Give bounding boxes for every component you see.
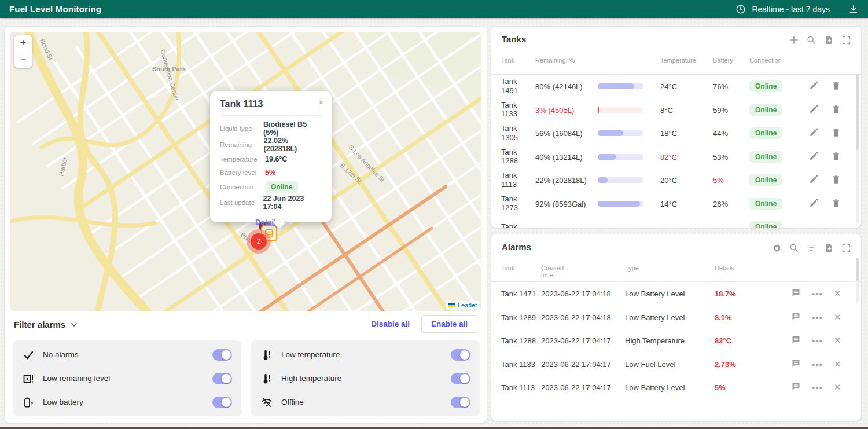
column-header[interactable]: Connection bbox=[749, 57, 782, 64]
more-actions-button[interactable]: ••• bbox=[812, 336, 823, 346]
tank-battery: 59% bbox=[713, 105, 728, 114]
dismiss-alarm-button[interactable]: ✕ bbox=[834, 382, 841, 393]
export-button[interactable] bbox=[823, 243, 834, 253]
comment-button[interactable] bbox=[791, 382, 801, 393]
tank-remaining: 3% (4505L) bbox=[535, 105, 574, 114]
enable-all-button[interactable]: Enable all bbox=[421, 315, 477, 333]
comment-button[interactable] bbox=[791, 311, 801, 323]
comment-icon bbox=[791, 288, 801, 298]
tank-level-bar bbox=[598, 154, 643, 160]
fullscreen-button[interactable] bbox=[841, 35, 851, 45]
alarm-type: Low Battery Level bbox=[625, 289, 685, 298]
export-button[interactable] bbox=[823, 35, 834, 45]
zoom-out-button[interactable]: − bbox=[14, 52, 32, 68]
alarm-tank: Tank 1133 bbox=[501, 360, 535, 368]
tank-name: Tank 1491 bbox=[501, 78, 528, 96]
alarm-type: Low Fuel Level bbox=[625, 360, 675, 368]
dismiss-alarm-button[interactable]: ✕ bbox=[834, 359, 841, 369]
alarm-created: 2023-06-22 17:04:17 bbox=[541, 383, 611, 392]
low-temperature-toggle[interactable] bbox=[451, 349, 470, 361]
delete-button[interactable] bbox=[832, 104, 841, 116]
search-button[interactable] bbox=[789, 243, 799, 253]
alarm-details: 82°C bbox=[715, 336, 731, 345]
comment-button[interactable] bbox=[791, 335, 801, 346]
alarms-scrollbar[interactable] bbox=[856, 258, 859, 304]
edit-button[interactable] bbox=[809, 80, 819, 92]
time-range-label[interactable]: Realtime - last 7 days bbox=[752, 5, 830, 14]
edit-button[interactable] bbox=[809, 127, 819, 139]
column-header[interactable]: Type bbox=[625, 265, 639, 272]
add-tank-button[interactable] bbox=[789, 35, 799, 45]
comment-button[interactable] bbox=[791, 288, 801, 299]
fullscreen-button[interactable] bbox=[841, 243, 851, 253]
search-button[interactable] bbox=[806, 35, 816, 45]
offline-toggle[interactable] bbox=[451, 397, 470, 408]
trash-icon bbox=[832, 174, 841, 184]
tanks-scrollbar[interactable] bbox=[856, 75, 859, 224]
tank-temperature: 8°C bbox=[660, 105, 673, 114]
tank-battery: 26% bbox=[713, 199, 728, 208]
low-temperature-icon bbox=[260, 349, 273, 361]
more-actions-button[interactable]: ••• bbox=[812, 312, 823, 322]
no-alarms-toggle[interactable] bbox=[212, 349, 232, 361]
filter-card-right: Low temperature High temperature bbox=[251, 340, 480, 416]
filter-alarms-header[interactable]: Filter alarms bbox=[14, 320, 78, 329]
file-export-icon bbox=[825, 243, 833, 252]
popup-details-link[interactable]: Details > bbox=[220, 218, 322, 226]
column-header[interactable]: Details bbox=[715, 265, 734, 272]
edit-button[interactable] bbox=[809, 151, 819, 163]
disable-all-button[interactable]: Disable all bbox=[365, 316, 415, 332]
ukraine-flag-icon bbox=[448, 303, 455, 307]
tank-remaining: 22% (202818L) bbox=[535, 176, 587, 185]
filter-item-high-temperature: High temperature bbox=[260, 368, 470, 390]
tank-battery: 5% bbox=[713, 176, 724, 185]
delete-button[interactable] bbox=[832, 198, 841, 210]
column-header[interactable]: Tank bbox=[501, 57, 514, 64]
tank-temperature: 24°C bbox=[660, 82, 677, 91]
map[interactable]: South Park Harbor Bond St Convention Cen… bbox=[10, 32, 481, 311]
delete-button[interactable] bbox=[832, 151, 841, 163]
delete-button[interactable] bbox=[832, 80, 841, 92]
leaflet-link[interactable]: Leaflet bbox=[458, 302, 477, 309]
more-actions-button[interactable]: ••• bbox=[812, 383, 823, 393]
download-icon bbox=[848, 4, 859, 14]
pencil-icon bbox=[809, 151, 819, 161]
column-header[interactable]: Tank bbox=[501, 265, 514, 272]
edit-button[interactable] bbox=[809, 104, 819, 116]
check-icon bbox=[22, 349, 35, 361]
popup-close-icon[interactable]: × bbox=[319, 98, 323, 107]
delete-button[interactable] bbox=[832, 174, 841, 186]
zoom-in-button[interactable]: + bbox=[14, 35, 32, 52]
map-zoom-control: + − bbox=[14, 35, 32, 68]
popup-temp-value: 19.6°C bbox=[265, 155, 287, 163]
dismiss-alarm-button[interactable]: ✕ bbox=[834, 335, 841, 346]
dismiss-alarm-button[interactable]: ✕ bbox=[834, 288, 841, 299]
tank-name: Tank bbox=[501, 222, 528, 228]
low-battery-toggle[interactable] bbox=[212, 397, 232, 408]
filter-icon bbox=[807, 244, 816, 252]
settings-button[interactable] bbox=[771, 243, 782, 253]
delete-button[interactable] bbox=[832, 127, 841, 139]
dismiss-alarm-button[interactable]: ✕ bbox=[834, 312, 841, 322]
status-badge: Online bbox=[749, 174, 782, 186]
status-badge: Online bbox=[749, 127, 782, 139]
table-row: Tank 1273 92% (8593Gal) 14°C 26% Online bbox=[491, 192, 861, 216]
comment-button[interactable] bbox=[791, 358, 801, 370]
more-actions-button[interactable]: ••• bbox=[812, 359, 823, 369]
alarm-created: 2023-06-22 17:04:17 bbox=[541, 336, 611, 345]
edit-button[interactable] bbox=[809, 198, 819, 210]
cluster-marker[interactable]: 2 bbox=[247, 229, 271, 254]
download-button[interactable] bbox=[848, 4, 859, 14]
high-temperature-toggle[interactable] bbox=[451, 373, 470, 384]
filter-card-left: No alarms Low remaning level bbox=[13, 340, 241, 416]
low-level-icon bbox=[22, 372, 35, 385]
low-remaining-toggle[interactable] bbox=[212, 373, 232, 384]
edit-button[interactable] bbox=[809, 174, 819, 186]
column-header[interactable]: Battery bbox=[713, 57, 733, 64]
column-header[interactable]: Temperature bbox=[660, 57, 696, 64]
alarm-type: High Temperature bbox=[625, 336, 685, 345]
alarm-details: 18.7% bbox=[715, 289, 736, 298]
column-header[interactable]: Remaining, % bbox=[535, 57, 575, 64]
more-actions-button[interactable]: ••• bbox=[812, 289, 823, 299]
filter-button[interactable] bbox=[806, 243, 816, 253]
